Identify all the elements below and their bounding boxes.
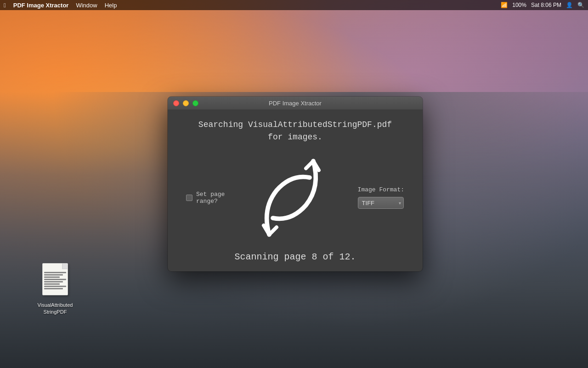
clock: Sat 8:06 PM [531, 2, 561, 8]
image-format-select[interactable]: TIFF JPEG PNG BMP [358, 197, 404, 209]
file-line-4 [44, 279, 66, 280]
maximize-button[interactable] [192, 100, 198, 106]
user-icon: 👤 [566, 2, 573, 8]
close-button[interactable] [173, 100, 179, 106]
right-controls: Image Format: TIFF JPEG PNG BMP ▾ [358, 186, 404, 209]
file-paper [42, 263, 68, 295]
left-controls: Set page range? [186, 191, 225, 205]
search-icon[interactable]: 🔍 [577, 2, 584, 8]
window-titlebar: PDF Image Xtractor [168, 97, 423, 109]
spinner-container [225, 156, 357, 239]
file-line-5 [44, 281, 63, 282]
page-range-checkbox[interactable] [186, 195, 192, 201]
file-line-2 [44, 274, 63, 276]
file-icon-label: VisualAttributed StringPDF [38, 302, 73, 315]
file-line-6 [44, 283, 60, 285]
middle-section: Set page range? [177, 148, 413, 247]
file-line-3 [44, 276, 60, 278]
help-menu[interactable]: Help [105, 2, 117, 9]
minimize-button[interactable] [183, 100, 189, 106]
page-range-checkbox-row[interactable]: Set page range? [186, 191, 225, 205]
menubar-right: 📶 100% Sat 8:06 PM 👤 🔍 [501, 2, 584, 8]
window-title: PDF Image Xtractor [269, 100, 322, 107]
desktop-file-icon[interactable]: VisualAttributed StringPDF [37, 263, 74, 315]
wifi-icon: 📶 [501, 2, 508, 8]
menubar-left:  PDF Image Xtractor Window Help [4, 2, 117, 9]
refresh-spinner-icon [254, 156, 328, 239]
battery-percent: 100% [512, 2, 526, 8]
scanning-progress-text: Scanning page 8 of 12. [234, 252, 356, 262]
app-window: PDF Image Xtractor Searching VisualAttri… [168, 97, 423, 271]
file-fold [62, 264, 68, 269]
file-icon-image [40, 263, 70, 300]
file-line-7 [44, 286, 66, 287]
app-menu-name[interactable]: PDF Image Xtractor [13, 2, 69, 9]
image-format-label: Image Format: [358, 186, 404, 193]
page-range-label: Set page range? [196, 191, 225, 205]
apple-menu[interactable]:  [4, 2, 6, 9]
window-controls [173, 100, 198, 106]
window-content: Searching VisualAttributedStringPDF.pdf … [168, 109, 423, 271]
status-message: Searching VisualAttributedStringPDF.pdf … [198, 119, 392, 144]
file-line-8 [44, 288, 63, 289]
format-select-wrapper[interactable]: TIFF JPEG PNG BMP ▾ [358, 197, 404, 209]
window-menu[interactable]: Window [76, 2, 97, 9]
file-content [43, 270, 68, 289]
file-line-1 [44, 272, 66, 273]
menubar:  PDF Image Xtractor Window Help 📶 100% … [0, 0, 588, 10]
